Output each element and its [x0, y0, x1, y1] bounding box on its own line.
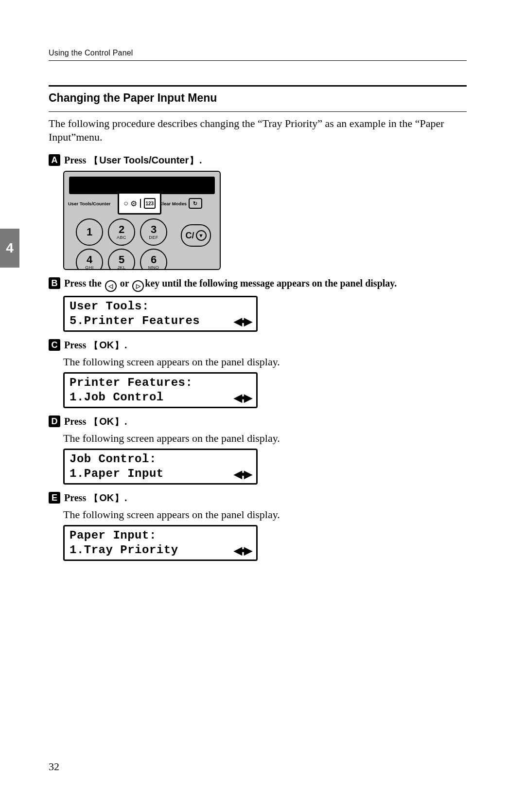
control-panel-illustration: User Tools/Counter Clear Modes ↻ ○ ⚙ 123…: [63, 171, 221, 270]
bracket-open-icon: 【: [88, 341, 99, 350]
step-3-pre: Press: [64, 340, 88, 350]
key-6-sub: MNO: [148, 266, 159, 270]
key-3-sub: DEF: [149, 235, 158, 240]
lcd-screen-paper-input: Paper Input: 1.Tray Priority ◀•▶: [63, 525, 258, 561]
step-badge-2: B: [49, 277, 60, 289]
key-2-num: 2: [119, 224, 124, 235]
section-rule-under-title: [49, 111, 467, 112]
step-2-text: Press the ◁ or ▷key until the following …: [64, 277, 467, 292]
clear-stop-button[interactable]: C/▼: [181, 224, 211, 247]
page: 4 Using the Control Panel Changing the P…: [0, 0, 525, 812]
ok-button-label: OK: [99, 492, 114, 503]
stop-icon: ▼: [196, 230, 207, 241]
label-user-tools-counter: User Tools/Counter: [68, 201, 110, 206]
step-1-pre: Press: [64, 155, 88, 165]
nav-arrows-icon: ◀•▶: [234, 315, 251, 328]
user-tools-counter-button[interactable]: ○ ⚙ 123: [118, 192, 161, 215]
bracket-open-icon: 【: [88, 156, 99, 165]
page-number: 32: [49, 760, 59, 773]
lcd-screen-user-tools: User Tools: 5.Printer Features ◀•▶: [63, 296, 258, 332]
section-title: Changing the Paper Input Menu: [49, 91, 467, 105]
step-4-text: Press 【OK】.: [64, 415, 467, 428]
lcd2-line1: Printer Features:: [70, 376, 251, 390]
key-6[interactable]: 6 MNO: [140, 249, 167, 270]
step-badge-4: D: [49, 415, 60, 427]
step-3-text: Press 【OK】.: [64, 339, 467, 352]
key-1[interactable]: 1: [76, 218, 103, 246]
lcd-screen-job-control: Job Control: 1.Paper Input ◀•▶: [63, 449, 258, 485]
panel-display-area: [69, 177, 215, 194]
chapter-tab: 4: [0, 229, 19, 268]
right-arrow-key-icon: ▷: [132, 280, 144, 292]
key-4-num: 4: [87, 254, 92, 265]
bracket-close-icon: 】: [114, 341, 124, 350]
lcd4-line2: 1.Tray Priority: [70, 543, 178, 558]
key-5-sub: JKL: [117, 266, 125, 270]
step-2-pre: Press the: [64, 278, 104, 289]
step-1-period: .: [199, 155, 202, 165]
intro-text: The following procedure describes changi…: [49, 117, 467, 144]
step-3-result: The following screen appears on the pane…: [63, 356, 467, 368]
step-3: C Press 【OK】.: [49, 339, 467, 352]
label-clear-modes: Clear Modes: [159, 201, 187, 206]
step-badge-3: C: [49, 339, 60, 351]
clear-key-label: C/: [186, 231, 194, 241]
bracket-close-icon: 】: [189, 156, 199, 165]
counter-icon: 123: [144, 198, 156, 209]
section-rule-top: [49, 85, 467, 87]
lcd3-line2: 1.Paper Input: [70, 467, 164, 481]
bracket-close-icon: 】: [114, 493, 124, 503]
key-5-num: 5: [119, 254, 124, 265]
key-3[interactable]: 3 DEF: [140, 218, 167, 246]
return-arrow-icon: ↻: [193, 200, 197, 207]
step-5-text: Press 【OK】.: [64, 491, 467, 505]
lcd1-line1: User Tools:: [70, 299, 251, 314]
lcd-screen-printer-features: Printer Features: 1.Job Control ◀•▶: [63, 372, 258, 408]
lcd1-line2: 5.Printer Features: [70, 314, 200, 328]
ok-button-label: OK: [99, 340, 114, 350]
key-1-num: 1: [87, 227, 92, 237]
step-5-result: The following screen appears on the pane…: [63, 508, 467, 521]
lcd2-line2: 1.Job Control: [70, 390, 164, 405]
step-2-post: key until the following message appears …: [145, 278, 397, 289]
step-2: B Press the ◁ or ▷key until the followin…: [49, 277, 467, 292]
nav-arrows-icon: ◀•▶: [234, 544, 251, 558]
step-5-period: .: [124, 492, 127, 503]
separator-icon: [140, 199, 141, 208]
key-2-sub: ABC: [117, 235, 126, 240]
bracket-open-icon: 【: [88, 493, 99, 503]
nav-arrows-icon: ◀•▶: [234, 468, 251, 481]
step-4-period: .: [124, 416, 127, 427]
step-4: D Press 【OK】.: [49, 415, 467, 428]
step-1-text: Press 【User Tools/Counter】.: [64, 154, 467, 167]
lcd3-line1: Job Control:: [70, 452, 251, 467]
dot-icon: ○: [123, 199, 128, 208]
step-3-period: .: [124, 340, 127, 350]
nav-arrows-icon: ◀•▶: [234, 391, 251, 405]
key-4-sub: GHI: [85, 266, 94, 270]
step-2-mid: or: [118, 278, 132, 289]
ok-button-label: OK: [99, 416, 114, 427]
lcd4-line1: Paper Input:: [70, 528, 251, 543]
step-5-pre: Press: [64, 492, 88, 503]
key-6-num: 6: [151, 254, 157, 265]
content-area: Using the Control Panel Changing the Pap…: [49, 49, 467, 763]
left-arrow-key-icon: ◁: [105, 280, 117, 292]
key-4[interactable]: 4 GHI: [76, 249, 103, 270]
key-3-num: 3: [151, 224, 157, 235]
numeric-keypad: 1 2 ABC 3 DEF 4 GHI 5 JKL: [76, 218, 165, 270]
step-badge-1: A: [49, 154, 60, 166]
header-rule: [49, 60, 467, 61]
step-1: A Press 【User Tools/Counter】.: [49, 154, 467, 167]
step-badge-5: E: [49, 492, 60, 504]
bracket-close-icon: 】: [114, 417, 124, 427]
step-4-result: The following screen appears on the pane…: [63, 432, 467, 445]
step-4-pre: Press: [64, 416, 88, 427]
gear-icon: ⚙: [130, 199, 137, 208]
key-5[interactable]: 5 JKL: [108, 249, 135, 270]
key-2[interactable]: 2 ABC: [108, 218, 135, 246]
step-5: E Press 【OK】.: [49, 491, 467, 505]
running-head: Using the Control Panel: [49, 49, 467, 57]
clear-modes-button[interactable]: ↻: [189, 198, 202, 209]
bracket-open-icon: 【: [88, 417, 99, 427]
